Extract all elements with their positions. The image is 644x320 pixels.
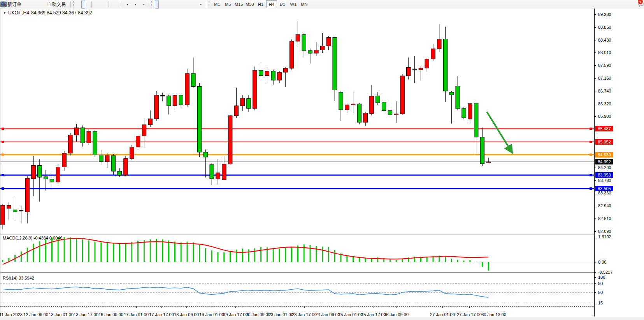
new-chart-icon[interactable]: ▼: [123, 0, 131, 9]
period-icon[interactable]: ▼: [132, 0, 139, 9]
axis-tick: [595, 272, 596, 273]
zoom-in-icon[interactable]: [94, 0, 98, 9]
macd-tick-label: 0.00: [598, 260, 606, 264]
autotrading-button[interactable]: 自动交易: [44, 0, 69, 9]
arrows-shapes-icon[interactable]: ▼: [197, 0, 204, 9]
line-handle[interactable]: [2, 141, 4, 143]
line-handle[interactable]: [2, 128, 4, 130]
line-handle[interactable]: [590, 141, 592, 143]
price-tick-label: 86.320: [598, 101, 611, 106]
auto-scroll-icon[interactable]: [116, 0, 119, 9]
timeframe-button-H4[interactable]: H4: [266, 0, 277, 8]
toolbar-right: 1: [632, 0, 644, 9]
terminal-icon[interactable]: [39, 0, 43, 9]
chart-shift-icon[interactable]: [111, 0, 115, 9]
time-tick: [186, 306, 187, 308]
autotrading-label: 自动交易: [46, 1, 67, 8]
panel-separator[interactable]: [0, 272, 595, 273]
timeframe-group: M1M5M15M30H1H4D1W1MN: [212, 0, 310, 8]
notifications-icon[interactable]: 1: [637, 0, 641, 9]
time-label: 11 Jan 2023: [0, 312, 23, 317]
line-handle[interactable]: [590, 187, 592, 190]
rsi-tick-label: 100: [598, 275, 605, 280]
price-tick-label: 82.510: [598, 216, 611, 221]
price-level-badge: 83.505: [595, 186, 613, 191]
macd-tick-label: 1.3102: [598, 234, 611, 239]
price-tick-label: 88.430: [598, 38, 611, 42]
price-level-badge: 84.630: [595, 152, 613, 157]
timeframe-button-M30[interactable]: M30: [244, 0, 255, 8]
price-tick-label: 89.280: [598, 12, 611, 17]
zoom-out-icon[interactable]: [98, 0, 102, 9]
toolbar-grip: [73, 1, 75, 7]
chart-title: ▼ UKOil-,H4 84.369 84.529 84.367 84.392: [3, 10, 92, 16]
rsi-panel[interactable]: [0, 275, 595, 306]
template-icon[interactable]: ▼: [140, 0, 147, 9]
candles[interactable]: [1, 21, 491, 229]
ohlc-values: 84.369 84.529 84.367 84.392: [31, 10, 92, 16]
price-tick-label: 82.940: [598, 203, 611, 208]
line-handle[interactable]: [2, 154, 4, 156]
axis-tick: [595, 303, 596, 303]
timeframe-button-D1[interactable]: D1: [277, 0, 288, 8]
axis-tick: [595, 78, 596, 79]
price-tick-label: 87.160: [598, 76, 611, 80]
timeframe-button-M5[interactable]: M5: [223, 0, 233, 8]
line-chart-icon[interactable]: [86, 0, 90, 9]
line-handle[interactable]: [590, 128, 592, 130]
current-price-badge: 84.392: [595, 159, 613, 164]
trend-arrow[interactable]: [487, 112, 511, 152]
price-tick-label: 87.590: [598, 63, 611, 68]
collapse-icon[interactable]: ▼: [3, 11, 6, 15]
chart-window[interactable]: ▼ UKOil-,H4 84.369 84.529 84.367 84.392 …: [0, 9, 644, 317]
market-watch-icon[interactable]: [25, 0, 29, 9]
price-tick-label: 82.090: [598, 229, 611, 234]
line-handle[interactable]: [2, 187, 4, 190]
time-tick: [136, 306, 137, 308]
axis-tick: [595, 14, 596, 15]
line-handle[interactable]: [590, 174, 592, 176]
search-icon[interactable]: [633, 0, 637, 9]
equidistant-channel-icon[interactable]: E: [178, 0, 182, 9]
axis-tick: [595, 262, 596, 262]
chevron-down-icon: ▼: [126, 3, 129, 6]
horizontal-line-icon[interactable]: [169, 0, 173, 9]
time-tick: [281, 306, 281, 308]
bar-chart-icon[interactable]: [77, 0, 81, 9]
timeframe-button-W1[interactable]: W1: [288, 0, 299, 8]
line-handle[interactable]: [590, 154, 592, 156]
toolbar-grip: [209, 1, 211, 7]
trendline-icon[interactable]: [174, 0, 177, 9]
time-tick: [304, 306, 305, 308]
macd-panel[interactable]: [0, 234, 595, 272]
time-tick: [111, 306, 111, 308]
time-tick: [469, 306, 470, 308]
time-label: 23 Jan 01:00: [268, 312, 293, 317]
time-label: 20 Jan 09:00: [246, 312, 270, 317]
time-tick: [351, 306, 351, 308]
tile-windows-icon[interactable]: [103, 0, 107, 9]
macd-signal-line: [3, 238, 488, 264]
timeframe-button-MN[interactable]: MN: [299, 0, 310, 8]
candlestick-chart-icon[interactable]: [81, 0, 85, 9]
price-chart[interactable]: [0, 9, 595, 234]
axis-tick: [595, 65, 596, 66]
timeframe-button-M1[interactable]: M1: [212, 0, 223, 8]
timeframe-button-H1[interactable]: H1: [255, 0, 266, 8]
crosshair-icon[interactable]: [160, 0, 163, 9]
time-label: 16 Jan 09:00: [98, 312, 123, 317]
data-window-icon[interactable]: [30, 0, 34, 9]
text-label-icon[interactable]: T: [192, 0, 196, 9]
line-handle[interactable]: [2, 174, 4, 176]
time-tick: [235, 306, 236, 308]
fibonacci-icon[interactable]: F: [183, 0, 187, 9]
time-tick: [161, 306, 162, 308]
navigator-icon[interactable]: [35, 0, 39, 9]
text-icon[interactable]: A: [188, 0, 191, 9]
time-label: 13 Jan 01:00: [49, 312, 74, 317]
timeframe-button-M15[interactable]: M15: [233, 0, 244, 8]
axis-tick: [595, 219, 596, 219]
cursor-icon[interactable]: [155, 0, 159, 9]
vertical-line-icon[interactable]: [164, 0, 168, 9]
new-order-button[interactable]: 新订单: [4, 0, 25, 9]
